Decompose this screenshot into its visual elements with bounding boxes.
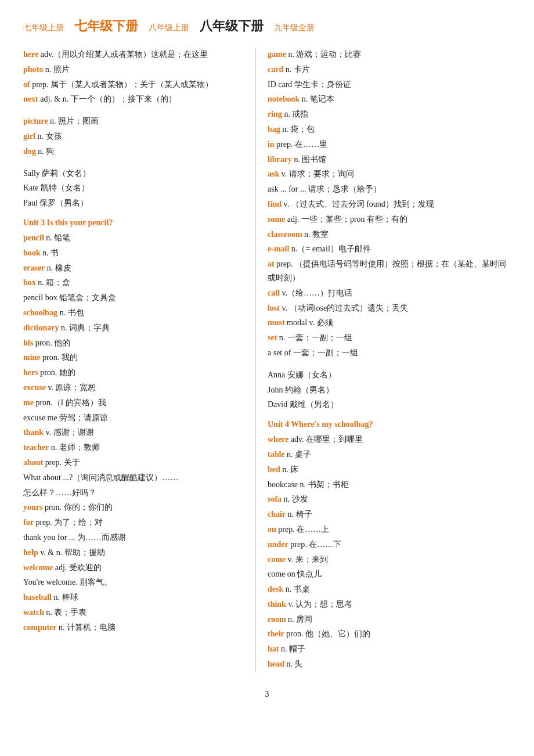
sub-entry: 怎么样？……好吗？	[23, 486, 244, 500]
word-entry: of prep. 属于（某人或者某物）；关于（某人或某物）	[23, 78, 244, 92]
unit-title: Unit 4 Where's my schoolbag?	[268, 420, 511, 429]
word-entry: excuse v. 原谅；宽恕	[23, 381, 244, 395]
word-definition: n. 狗	[38, 147, 54, 156]
word-entry: set n. 一套；一副；一组	[268, 331, 511, 345]
word-term: come	[268, 555, 286, 564]
nav-tab[interactable]: 九年级全册	[274, 23, 315, 33]
name-entry: Kate 凯特（女名）	[23, 181, 244, 195]
word-entry: computer n. 计算机；电脑	[23, 621, 244, 635]
word-term: book	[23, 249, 41, 257]
word-definition: n. 表；手表	[46, 608, 86, 617]
name-entry: John 约翰（男名）	[268, 383, 511, 397]
word-term: must	[268, 318, 285, 327]
word-definition: adj. 一些；某些；pron 有些；有的	[287, 215, 407, 224]
word-term: sofa	[268, 495, 282, 503]
word-term: help	[23, 548, 38, 557]
word-definition: n. 笔记本	[302, 95, 334, 103]
word-entry: must modal v. 必须	[268, 316, 511, 330]
word-entry: library n. 图书馆	[268, 153, 511, 167]
word-definition: v.（给……）打电话	[282, 289, 352, 297]
sub-entry: excuse me 劳驾；请原谅	[23, 411, 244, 425]
nav-tab[interactable]: 七年级上册	[23, 23, 64, 33]
word-entry: hat n. 帽子	[268, 642, 511, 656]
word-definition: prep. 属于（某人或者某物）；关于（某人或某物）	[32, 80, 213, 89]
word-definition: n. 头	[286, 660, 302, 668]
word-definition: n. 戒指	[284, 110, 308, 118]
word-entry: come v. 来；来到	[268, 553, 511, 567]
word-definition: n. 书包	[60, 308, 84, 317]
word-entry: baseball n. 棒球	[23, 591, 244, 604]
word-entry: lost v. （动词lose的过去式）遗失；丢失	[268, 301, 511, 315]
sub-entry: bookcase n. 书架；书柜	[268, 478, 511, 492]
word-definition: n. 箱；盒	[38, 278, 70, 287]
word-entry: in prep. 在……里	[268, 138, 511, 152]
word-term: yours	[23, 503, 42, 512]
word-term: watch	[23, 608, 44, 617]
word-definition: pron. 你的；你们的	[45, 503, 113, 512]
word-entry: dictionary n. 词典；字典	[23, 321, 244, 335]
word-entry: me pron.（I 的宾格）我	[23, 396, 244, 410]
word-term: classroom	[268, 230, 302, 239]
word-entry: picture n. 照片；图画	[23, 114, 244, 128]
word-entry: dog n. 狗	[23, 145, 244, 159]
word-term: under	[268, 540, 288, 549]
word-term: photo	[23, 65, 43, 74]
word-term: at	[268, 260, 275, 268]
nav-tab[interactable]: 八年级下册	[200, 17, 264, 35]
page-number: 3	[23, 690, 511, 699]
word-term: their	[268, 629, 284, 638]
word-definition: n.（= email）电子邮件	[291, 244, 371, 253]
nav-tab[interactable]: 七年级下册	[74, 17, 138, 35]
word-entry: here adv.（用以介绍某人或者某物）这就是；在这里	[23, 48, 244, 62]
name-entry: Sally 萨莉（女名）	[23, 167, 244, 181]
sub-entry: thank you for ... 为……而感谢	[23, 531, 244, 545]
word-entry: table n. 桌子	[268, 448, 511, 462]
word-term: library	[268, 155, 292, 164]
word-entry: card n. 卡片	[268, 63, 511, 77]
word-entry: e-mail n.（= email）电子邮件	[268, 242, 511, 256]
word-entry: where adv. 在哪里；到哪里	[268, 433, 511, 447]
right-column: game n. 游戏；运动；比赛card n. 卡片ID card 学生卡；身份…	[256, 48, 511, 672]
word-definition: prep. （提供电话号码等时使用）按照；根据；在（某处、某时间或时刻）	[268, 260, 506, 282]
word-definition: v. （过去式、过去分词 found）找到；发现	[284, 200, 434, 208]
left-column: here adv.（用以介绍某人或者某物）这就是；在这里photo n. 照片o…	[23, 48, 256, 672]
word-term: for	[23, 518, 34, 527]
word-entry: at prep. （提供电话号码等时使用）按照；根据；在（某处、某时间或时刻）	[268, 257, 511, 285]
word-definition: n. 照片	[45, 65, 70, 74]
word-entry: notebook n. 笔记本	[268, 92, 511, 106]
word-definition: n. 照片；图画	[50, 117, 99, 125]
word-entry: teacher n. 老师；教师	[23, 441, 244, 455]
word-term: teacher	[23, 443, 49, 452]
word-entry: pencil n. 铅笔	[23, 231, 244, 245]
word-definition: v. 来；来到	[288, 555, 328, 564]
word-entry: call v.（给……）打电话	[268, 286, 511, 300]
word-definition: n. 桌子	[287, 450, 311, 459]
word-term: baseball	[23, 593, 52, 602]
word-term: think	[268, 600, 286, 609]
word-definition: adv.（用以介绍某人或者某物）这就是；在这里	[41, 50, 208, 59]
word-term: ring	[268, 110, 282, 118]
word-definition: pron. 她的	[40, 368, 75, 377]
word-entry: his pron. 他的	[23, 336, 244, 350]
nav-tab[interactable]: 八年级上册	[149, 23, 189, 33]
word-entry: eraser n. 橡皮	[23, 261, 244, 275]
word-definition: n. 老师；教师	[51, 443, 100, 452]
word-definition: v. 认为；想；思考	[288, 600, 352, 609]
word-definition: n. 袋；包	[282, 125, 315, 134]
word-definition: n. 图书馆	[294, 155, 326, 164]
word-term: hat	[268, 645, 279, 653]
sub-entry: What about ...?（询问消息或醒酷建议）……	[23, 471, 244, 485]
unit-title: Unit 3 Is this your pencil?	[23, 218, 244, 228]
word-definition: adj. 受欢迎的	[55, 563, 102, 572]
word-term: eraser	[23, 264, 45, 272]
word-entry: desk n. 书桌	[268, 582, 511, 596]
word-definition: adv. 在哪里；到哪里	[291, 435, 363, 444]
word-entry: help v. & n. 帮助；援助	[23, 546, 244, 560]
word-definition: n. 游戏；运动；比赛	[288, 50, 361, 59]
word-definition: n. 帽子	[281, 645, 305, 653]
word-term: box	[23, 278, 36, 287]
word-term: picture	[23, 117, 48, 125]
word-entry: for prep. 为了；给；对	[23, 516, 244, 530]
sub-entry: come on 快点儿	[268, 567, 511, 581]
word-term: desk	[268, 585, 283, 593]
